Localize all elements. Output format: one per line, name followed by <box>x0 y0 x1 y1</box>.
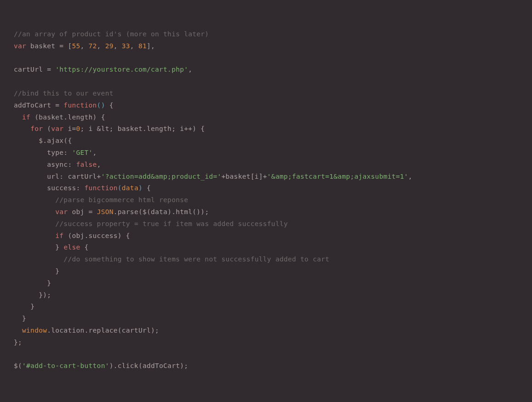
code-text: type: <box>47 149 72 156</box>
code-keyword: if <box>55 232 63 239</box>
code-text <box>14 291 39 299</box>
code-text <box>14 315 22 322</box>
code-text: i= <box>63 125 76 132</box>
code-keyword: var <box>55 208 68 215</box>
code-string: '&amp;fastcart=1&amp;ajaxsubmit=1' <box>267 173 408 180</box>
code-text <box>14 208 55 215</box>
code-keyword: var <box>51 125 63 132</box>
code-comment: //parse bigcommerce html reponse <box>55 196 188 204</box>
code-text: , <box>408 173 412 180</box>
code-param: data <box>122 184 138 192</box>
code-text: , <box>97 161 101 168</box>
code-text: } <box>55 243 63 251</box>
code-comment: //success property = true if item was ad… <box>55 220 288 227</box>
code-paren: ( <box>118 184 122 192</box>
code-text: } <box>22 315 26 322</box>
code-text: (basket.length) { <box>30 113 105 121</box>
code-text: } <box>30 303 34 310</box>
code-keyword: function <box>63 102 97 109</box>
code-text <box>14 303 30 310</box>
code-text: , <box>114 42 122 50</box>
code-text: { <box>143 184 151 192</box>
code-paren: () <box>97 102 105 109</box>
code-keyword: if <box>22 113 30 121</box>
code-keyword: function <box>85 184 118 192</box>
code-keyword: for <box>30 125 43 132</box>
code-text: }; <box>14 339 22 346</box>
code-comment: //bind this to our event <box>14 90 114 97</box>
code-text <box>14 220 55 227</box>
code-text <box>14 173 47 180</box>
code-number: 81 <box>138 42 147 50</box>
code-text <box>14 125 30 132</box>
code-text: cartUrl = <box>14 66 55 73</box>
code-text <box>14 113 22 121</box>
code-text <box>14 243 55 251</box>
code-string: 'GET' <box>72 149 92 156</box>
code-string: '?action=add&amp;product_id=' <box>101 173 222 180</box>
code-string: '#add-to-cart-button' <box>22 362 109 369</box>
code-json: JSON <box>97 208 114 215</box>
code-text <box>14 137 39 144</box>
code-text: , <box>188 66 192 73</box>
code-paren: ) <box>138 184 143 192</box>
code-text <box>14 161 47 168</box>
code-string: 'https://yourstore.com/cart.php' <box>55 66 188 73</box>
code-comment: //an array of product id's (more on this… <box>14 30 209 38</box>
code-text: addToCart = <box>14 102 63 109</box>
code-text: +basket[i]+ <box>222 173 267 180</box>
code-text: (obj.success) { <box>63 232 130 239</box>
code-text <box>14 196 55 204</box>
code-text: async: <box>47 161 76 168</box>
code-text: $( <box>14 362 22 369</box>
code-number: 72 <box>89 42 97 50</box>
code-text: }); <box>39 291 51 299</box>
code-text <box>14 184 47 192</box>
code-text: basket = [ <box>26 42 72 50</box>
code-text: , <box>97 42 105 50</box>
code-number: 29 <box>105 42 114 50</box>
code-text: { <box>80 243 89 251</box>
code-text: , <box>130 42 138 50</box>
code-text: .parse($(data).html()); <box>114 208 209 215</box>
code-text <box>14 327 22 334</box>
code-text <box>14 255 63 263</box>
code-number: 0 <box>76 125 80 132</box>
code-text <box>14 149 47 156</box>
code-block: //an array of product id's (more on this… <box>14 28 518 372</box>
code-text <box>14 279 47 287</box>
code-text: url: cartUrl+ <box>47 173 101 180</box>
code-text: ).click(addToCart); <box>109 362 189 369</box>
code-text: } <box>55 267 59 275</box>
code-text: ], <box>147 42 155 50</box>
code-comment: //do something to show items were not su… <box>63 255 329 263</box>
code-keyword: var <box>14 42 26 50</box>
code-text: , <box>80 42 88 50</box>
code-text: ( <box>43 125 51 132</box>
code-text: $.ajax({ <box>39 137 72 144</box>
code-window: window <box>22 327 47 334</box>
code-keyword: false <box>76 161 97 168</box>
code-text: obj = <box>68 208 97 215</box>
code-number: 55 <box>72 42 80 50</box>
code-text: { <box>105 102 114 109</box>
code-text: , <box>93 149 97 156</box>
code-text <box>14 232 55 239</box>
code-keyword: else <box>63 243 80 251</box>
code-text: ; i &lt; basket.length; i++) { <box>80 125 205 132</box>
code-text: .location.replace(cartUrl); <box>47 327 159 334</box>
code-text: success: <box>47 184 84 192</box>
code-text: } <box>47 279 51 287</box>
code-text <box>14 267 55 275</box>
code-number: 33 <box>122 42 130 50</box>
